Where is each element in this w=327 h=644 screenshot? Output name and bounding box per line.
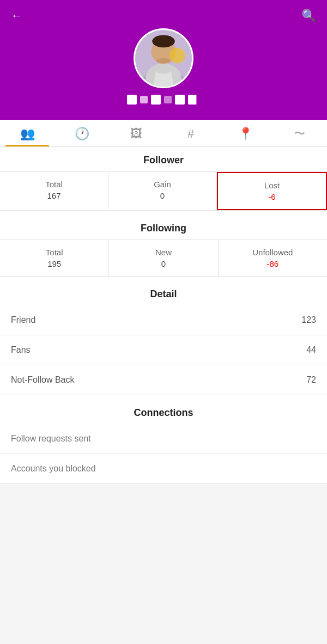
story-dot-4	[164, 96, 172, 103]
tab-media[interactable]: 🖼	[109, 127, 164, 146]
detail-fans-value: 44	[306, 345, 316, 355]
tab-location[interactable]: 📍	[218, 127, 272, 146]
header-top-bar: ← 🔍	[0, 0, 327, 23]
connections-follow-requests-label: Follow requests sent	[11, 434, 91, 444]
following-new-label: New	[155, 248, 172, 257]
svg-point-5	[156, 58, 171, 63]
follower-total-cell[interactable]: Total 167	[0, 172, 108, 210]
detail-row-fans[interactable]: Fans 44	[0, 335, 327, 365]
history-icon: 🕐	[75, 127, 89, 141]
following-unfollowed-cell[interactable]: Unfollowed -86	[219, 240, 327, 276]
content-area: Follower Total 167 Gain 0 Lost -6 Follow…	[0, 147, 327, 484]
story-dot-3	[151, 95, 161, 105]
story-dot-1	[127, 95, 137, 105]
media-icon: 🖼	[130, 127, 142, 141]
following-total-cell[interactable]: Total 195	[0, 240, 109, 276]
follower-lost-label: Lost	[264, 181, 280, 190]
following-total-label: Total	[46, 248, 63, 257]
follower-total-value: 167	[47, 191, 60, 200]
search-button[interactable]: 🔍	[301, 9, 316, 23]
connections-row-blocked[interactable]: Accounts you blocked	[0, 454, 327, 484]
detail-fans-label: Fans	[11, 345, 31, 355]
back-button[interactable]: ←	[11, 9, 23, 23]
follower-total-label: Total	[45, 180, 63, 189]
location-icon: 📍	[238, 127, 253, 141]
following-new-value: 0	[161, 259, 166, 268]
following-section: Following Total 195 New 0 Unfollowed -86	[0, 215, 327, 277]
followers-icon: 👥	[20, 127, 35, 141]
header-banner: ← 🔍	[0, 0, 327, 120]
following-new-cell[interactable]: New 0	[109, 240, 218, 276]
follower-section-title: Follower	[0, 147, 327, 171]
detail-row-not-follow-back[interactable]: Not-Follow Back 72	[0, 365, 327, 395]
following-unfollowed-label: Unfollowed	[252, 248, 293, 257]
story-dot-2	[140, 96, 148, 103]
hashtag-icon: #	[187, 127, 194, 141]
story-dot-5	[175, 95, 185, 105]
following-unfollowed-value: -86	[267, 259, 278, 268]
detail-not-follow-back-label: Not-Follow Back	[11, 375, 74, 385]
svg-point-4	[152, 35, 175, 47]
detail-friend-label: Friend	[11, 315, 35, 325]
tab-bar: 👥 🕐 🖼 # 📍 〜	[0, 120, 327, 147]
follower-gain-label: Gain	[154, 180, 171, 189]
tab-trending[interactable]: 〜	[272, 126, 327, 146]
tab-history[interactable]: 🕐	[55, 127, 109, 146]
following-total-value: 195	[47, 259, 61, 268]
detail-section-title: Detail	[0, 281, 327, 305]
following-section-title: Following	[0, 215, 327, 240]
trending-icon: 〜	[294, 126, 305, 141]
connections-section: Connections Follow requests sent Account…	[0, 400, 327, 484]
detail-friend-value: 123	[301, 315, 316, 325]
avatar	[134, 28, 193, 88]
following-stats-grid: Total 195 New 0 Unfollowed -86	[0, 240, 327, 277]
follower-lost-cell[interactable]: Lost -6	[217, 172, 327, 210]
follower-gain-value: 0	[160, 191, 165, 200]
detail-not-follow-back-value: 72	[306, 375, 316, 385]
tab-followers[interactable]: 👥	[0, 127, 55, 146]
detail-section: Detail Friend 123 Fans 44 Not-Follow Bac…	[0, 281, 327, 395]
story-dot-6	[188, 95, 200, 105]
story-dots	[127, 95, 200, 105]
connections-section-title: Connections	[0, 400, 327, 424]
svg-point-6	[169, 48, 185, 63]
follower-lost-value: -6	[268, 192, 275, 201]
detail-row-friend[interactable]: Friend 123	[0, 305, 327, 335]
tab-hashtag[interactable]: #	[164, 127, 218, 146]
follower-section: Follower Total 167 Gain 0 Lost -6	[0, 147, 327, 211]
follower-stats-grid: Total 167 Gain 0 Lost -6	[0, 171, 327, 211]
follower-gain-cell[interactable]: Gain 0	[108, 172, 217, 210]
connections-row-follow-requests[interactable]: Follow requests sent	[0, 424, 327, 454]
connections-blocked-label: Accounts you blocked	[11, 464, 96, 474]
